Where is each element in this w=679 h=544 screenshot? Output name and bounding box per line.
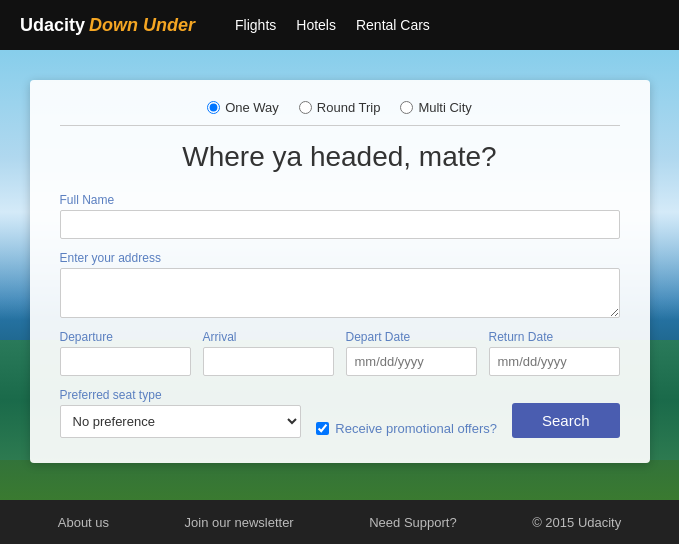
promo-checkbox[interactable] xyxy=(316,422,329,435)
nav-flights[interactable]: Flights xyxy=(235,17,276,33)
return-date-field: Return Date xyxy=(489,330,620,376)
seat-type-label: Preferred seat type xyxy=(60,388,302,402)
departure-input[interactable] xyxy=(60,347,191,376)
form-heading: Where ya headed, mate? xyxy=(60,141,620,173)
footer-about[interactable]: About us xyxy=(58,515,109,530)
full-name-input[interactable] xyxy=(60,210,620,239)
trip-type-one-way[interactable]: One Way xyxy=(207,100,279,115)
booking-form-container: One Way Round Trip Multi City Where ya h… xyxy=(30,80,650,463)
full-name-label: Full Name xyxy=(60,193,620,207)
departure-label: Departure xyxy=(60,330,191,344)
site-footer: About us Join our newsletter Need Suppor… xyxy=(0,500,679,544)
promo-label: Receive promotional offers? xyxy=(335,421,497,436)
arrival-label: Arrival xyxy=(203,330,334,344)
main-area: One Way Round Trip Multi City Where ya h… xyxy=(0,50,679,500)
trip-type-selector: One Way Round Trip Multi City xyxy=(60,100,620,115)
main-nav: Flights Hotels Rental Cars xyxy=(235,17,430,33)
trip-divider xyxy=(60,125,620,126)
depart-date-input[interactable] xyxy=(346,347,477,376)
nav-rentals[interactable]: Rental Cars xyxy=(356,17,430,33)
footer-newsletter[interactable]: Join our newsletter xyxy=(185,515,294,530)
nav-hotels[interactable]: Hotels xyxy=(296,17,336,33)
footer-support[interactable]: Need Support? xyxy=(369,515,456,530)
return-date-input[interactable] xyxy=(489,347,620,376)
trip-type-round-trip[interactable]: Round Trip xyxy=(299,100,381,115)
footer-copyright: © 2015 Udacity xyxy=(532,515,621,530)
departure-field: Departure xyxy=(60,330,191,376)
address-input[interactable] xyxy=(60,268,620,318)
site-logo: Udacity Down Under xyxy=(20,15,195,36)
radio-multi-city[interactable] xyxy=(400,101,413,114)
site-header: Udacity Down Under Flights Hotels Rental… xyxy=(0,0,679,50)
depart-date-field: Depart Date xyxy=(346,330,477,376)
radio-one-way[interactable] xyxy=(207,101,220,114)
arrival-input[interactable] xyxy=(203,347,334,376)
seat-type-select[interactable]: No preference Window Aisle Middle xyxy=(60,405,302,438)
radio-round-trip[interactable] xyxy=(299,101,312,114)
address-label: Enter your address xyxy=(60,251,620,265)
bottom-row: Preferred seat type No preference Window… xyxy=(60,388,620,438)
promo-field: Receive promotional offers? xyxy=(316,421,497,438)
seat-type-field: Preferred seat type No preference Window… xyxy=(60,388,302,438)
depart-date-label: Depart Date xyxy=(346,330,477,344)
logo-udacity-text: Udacity xyxy=(20,15,85,36)
address-field: Enter your address xyxy=(60,251,620,318)
full-name-field: Full Name xyxy=(60,193,620,239)
logo-slogan-text: Down Under xyxy=(89,15,195,36)
trip-type-multi-city[interactable]: Multi City xyxy=(400,100,471,115)
search-button[interactable]: Search xyxy=(512,403,620,438)
arrival-field: Arrival xyxy=(203,330,334,376)
travel-dates-row: Departure Arrival Depart Date Return Dat… xyxy=(60,330,620,376)
return-date-label: Return Date xyxy=(489,330,620,344)
